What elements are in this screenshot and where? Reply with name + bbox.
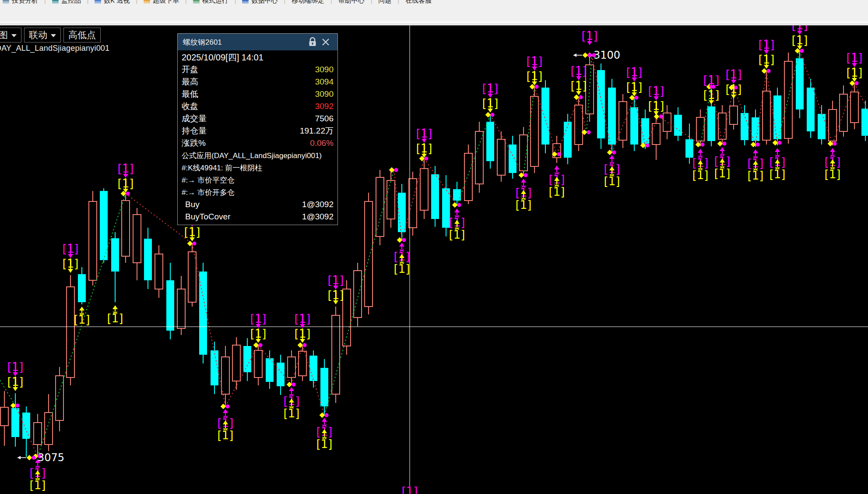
down-arrow-icon	[333, 300, 338, 304]
chevron-down-icon	[51, 34, 56, 37]
pivot-circle-dot	[659, 115, 663, 119]
pivot-circle-dot	[587, 131, 591, 134]
signal-bracket-label: [1]	[449, 228, 465, 241]
zigzag-segment	[457, 115, 490, 205]
pivot-diamond-dot	[654, 114, 660, 120]
candle-up	[299, 351, 306, 376]
pivot-price-label: 3100	[594, 49, 620, 61]
down-arrow-icon	[190, 237, 195, 241]
zigzag-segment	[722, 88, 734, 144]
toolbar-item-3[interactable]: 数K 透视	[95, 0, 130, 5]
toolbar-item-4[interactable]: 超级下单	[144, 0, 179, 5]
down-arrow-icon	[576, 91, 581, 95]
candle-up	[475, 131, 483, 184]
link-button[interactable]: 联动	[24, 28, 61, 42]
candle-down	[707, 106, 715, 141]
candle-up	[45, 413, 53, 445]
candle-up	[0, 407, 8, 426]
candle-down	[431, 174, 439, 219]
popup-titlebar[interactable]: 螺纹钢2601	[178, 34, 337, 50]
zigzag-segment	[800, 51, 833, 144]
toolbar-item-5[interactable]: 模式运行	[193, 0, 228, 5]
quote-row-label: 成交量	[182, 113, 315, 124]
candle-down	[166, 280, 174, 331]
up-arrow-icon	[223, 409, 228, 413]
up-arrow-icon	[554, 166, 559, 169]
formula-line: #:→ 市价开多仓	[178, 186, 337, 198]
lock-icon[interactable]	[306, 36, 319, 48]
candle-up	[520, 135, 527, 171]
up-arrow-icon	[112, 305, 118, 309]
candle-up	[850, 92, 858, 123]
pivot-circle-dot	[701, 143, 705, 147]
toolbar-item-1[interactable]: 投资分析	[3, 0, 38, 5]
order-row: BuyToCover1@3092	[178, 211, 337, 223]
candle-up	[67, 287, 74, 378]
signal-bracket-label: [1]	[316, 438, 333, 451]
pivot-circle-dot	[579, 95, 583, 99]
quote-row: 最低3090	[178, 88, 337, 100]
toolbar-item-7[interactable]: 移动端绑定	[292, 0, 324, 5]
pivot-circle-dot	[425, 157, 429, 161]
toolbar-item-6[interactable]: 数据中心	[242, 0, 278, 5]
candle-up	[155, 254, 163, 289]
pivot-circle-dot	[193, 242, 197, 246]
close-icon[interactable]	[319, 36, 332, 48]
quote-popup-window[interactable]: 螺纹钢2601 2025/10/09[四] 14:01 开盘3090最高3094…	[177, 33, 338, 225]
chart-type-button[interactable]: 图	[0, 28, 21, 42]
toolbar-item-label: 移动端绑定	[292, 0, 324, 5]
monitor-icon	[52, 0, 59, 4]
candle-up	[354, 271, 362, 318]
toolbar-item-9[interactable]: 问题	[378, 0, 391, 5]
down-arrow-icon	[709, 100, 714, 104]
candle-down	[144, 239, 152, 280]
candlestick-chart[interactable]: [1][1][1][1][1][1][1][1][1][1][1][1][1][…	[0, 0, 868, 494]
quote-row-value: 3090	[315, 65, 334, 74]
pivot-circle-dot	[524, 173, 528, 177]
up-arrow-icon	[720, 147, 725, 151]
signal-bracket-label: [1]	[516, 198, 532, 212]
toolbar-separator: |	[396, 0, 401, 4]
link-label: 联动	[29, 28, 47, 42]
chart-type-label: 图	[0, 28, 8, 42]
signal-bracket-label: [1]	[604, 175, 620, 188]
candle-down	[608, 88, 616, 145]
grid-icon	[193, 0, 200, 4]
candle-up	[730, 106, 738, 124]
toolbar-separator: |	[329, 0, 334, 4]
candle-up	[409, 179, 417, 228]
pivot-circle-dot	[292, 383, 296, 387]
toolbar-separator: |	[42, 0, 48, 4]
toolbar-item-10[interactable]: 在线客服	[405, 0, 432, 5]
candle-down	[564, 122, 572, 158]
candle-down	[597, 70, 605, 138]
down-arrow-icon	[13, 387, 18, 391]
toolbar-item-2[interactable]: 监控品	[52, 0, 81, 5]
signal-bracket-label: [1]	[770, 168, 786, 181]
signal-bracket-label: [1]	[549, 185, 565, 198]
indicator-name-label: DAY_ALL_LandSjiagepianyi001	[0, 44, 109, 53]
highlow-button[interactable]: 高低点	[63, 28, 101, 42]
highlow-label: 高低点	[68, 28, 96, 42]
toolbar-separator: |	[282, 0, 287, 4]
signal-bracket-label: [1]	[30, 479, 46, 492]
order-side: BuyToCover	[182, 212, 302, 222]
pivot-circle-dot	[259, 343, 263, 347]
up-arrow-icon	[753, 149, 758, 153]
candle-up	[387, 180, 395, 219]
quote-row-value: 3090	[315, 89, 334, 99]
pivot-circle-dot	[756, 143, 760, 147]
left-arrow-icon	[18, 456, 21, 459]
pivot-diamond-dot	[27, 455, 32, 461]
toolbar-item-8[interactable]: 帮助中心	[338, 0, 365, 5]
up-arrow-icon	[454, 208, 460, 212]
quote-row: 开盘3090	[178, 64, 337, 76]
up-arrow-icon	[775, 148, 780, 152]
pivot-circle-dot	[303, 343, 307, 347]
toolbar-separator: |	[183, 0, 189, 4]
chevron-down-icon	[11, 34, 17, 37]
up-arrow-icon	[830, 148, 835, 152]
zigzag-segment	[854, 83, 868, 110]
candle-up	[133, 215, 141, 263]
pivot-circle-dot	[778, 141, 782, 145]
